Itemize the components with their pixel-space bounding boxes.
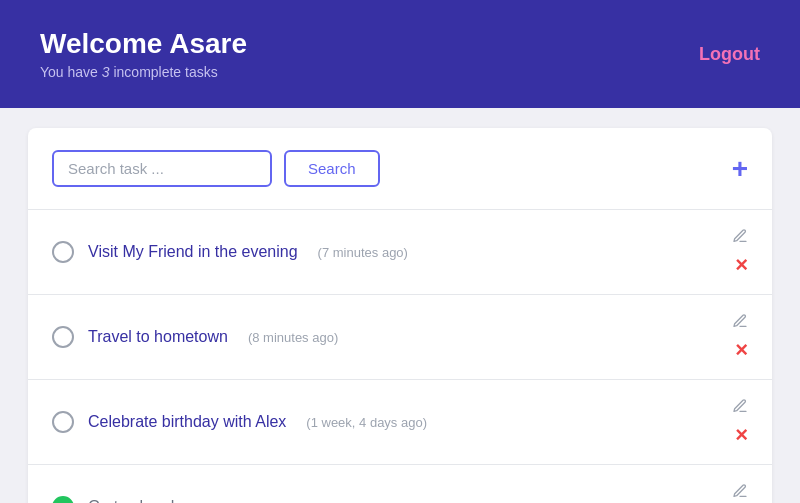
- task-complete-toggle[interactable]: [52, 241, 74, 263]
- edit-task-button[interactable]: [732, 313, 748, 333]
- task-list: Visit My Friend in the evening(7 minutes…: [28, 210, 772, 503]
- add-task-button[interactable]: +: [732, 155, 748, 183]
- main-content: Search + Visit My Friend in the evening(…: [28, 128, 772, 503]
- task-time: (1 week, 4 days ago): [306, 415, 427, 430]
- task-actions: ×: [732, 228, 748, 276]
- task-title: Visit My Friend in the evening: [88, 243, 298, 261]
- task-actions: ×: [732, 313, 748, 361]
- edit-task-button[interactable]: [732, 228, 748, 248]
- edit-task-button[interactable]: [732, 483, 748, 503]
- search-bar: Search +: [28, 128, 772, 210]
- logout-button[interactable]: Logout: [699, 44, 760, 65]
- task-actions: ×: [732, 483, 748, 503]
- header-left: Welcome Asare You have 3 incomplete task…: [40, 28, 247, 80]
- task-time: (8 minutes ago): [248, 330, 338, 345]
- task-complete-toggle[interactable]: [52, 496, 74, 503]
- incomplete-tasks-subtitle: You have 3 incomplete tasks: [40, 64, 247, 80]
- search-button[interactable]: Search: [284, 150, 380, 187]
- delete-task-button[interactable]: ×: [735, 339, 748, 361]
- task-item: Travel to hometown(8 minutes ago)×: [28, 295, 772, 380]
- header: Welcome Asare You have 3 incomplete task…: [0, 0, 800, 108]
- welcome-title: Welcome Asare: [40, 28, 247, 60]
- task-complete-toggle[interactable]: [52, 326, 74, 348]
- task-item: Go to church(1 week, 5 days ago)×: [28, 465, 772, 503]
- task-time: (7 minutes ago): [318, 245, 408, 260]
- task-actions: ×: [732, 398, 748, 446]
- subtitle-suffix: incomplete tasks: [110, 64, 218, 80]
- search-input[interactable]: [52, 150, 272, 187]
- edit-task-button[interactable]: [732, 398, 748, 418]
- task-title: Go to church: [88, 498, 180, 503]
- delete-task-button[interactable]: ×: [735, 254, 748, 276]
- app-container: Welcome Asare You have 3 incomplete task…: [0, 0, 800, 503]
- subtitle-count: 3: [102, 64, 110, 80]
- task-time: (1 week, 5 days ago): [200, 500, 321, 504]
- task-item: Celebrate birthday with Alex(1 week, 4 d…: [28, 380, 772, 465]
- task-complete-toggle[interactable]: [52, 411, 74, 433]
- task-item: Visit My Friend in the evening(7 minutes…: [28, 210, 772, 295]
- task-title: Celebrate birthday with Alex: [88, 413, 286, 431]
- subtitle-prefix: You have: [40, 64, 102, 80]
- delete-task-button[interactable]: ×: [735, 424, 748, 446]
- task-title: Travel to hometown: [88, 328, 228, 346]
